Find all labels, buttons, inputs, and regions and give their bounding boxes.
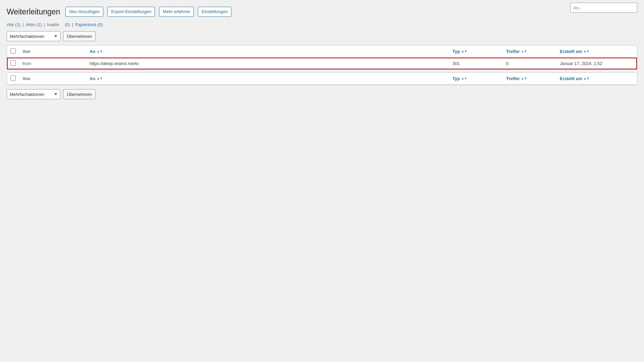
row-an: https://dewp.wstest.me/to xyxy=(86,58,449,70)
row-checkbox-0[interactable] xyxy=(10,60,16,66)
row-typ: 301 xyxy=(449,58,503,70)
col-von-bottom: Von xyxy=(19,73,86,85)
filter-all[interactable]: Alle (1) xyxy=(7,22,20,27)
apply-button-top[interactable]: Übernehmen xyxy=(63,31,96,41)
sort-arrows-treffer-bottom: ▲▼ xyxy=(521,77,527,80)
bulk-select-top[interactable]: Mehrfachaktionen Löschen Deaktivieren Ak… xyxy=(7,31,60,41)
col-typ[interactable]: Typ ▲▼ xyxy=(449,46,503,58)
row-von-link[interactable]: from xyxy=(22,61,31,66)
row-von: from xyxy=(19,58,86,70)
bulk-actions-top: Mehrfachaktionen Löschen Deaktivieren Ak… xyxy=(7,31,637,41)
apply-button-bottom[interactable]: Übernehmen xyxy=(63,89,96,99)
sort-arrows-an-bottom: ▲▼ xyxy=(97,77,103,80)
learn-more-button[interactable]: Mehr erfahren xyxy=(159,7,194,17)
col-an-bottom[interactable]: An ▲▼ xyxy=(86,73,449,85)
settings-button[interactable]: Einstellungen xyxy=(198,7,231,17)
col-erstellt-am-bottom[interactable]: Erstellt am ▲▼ xyxy=(556,73,637,85)
search-input[interactable] xyxy=(570,3,637,13)
sort-arrows-erstellt: ▲▼ xyxy=(583,50,589,53)
add-new-button[interactable]: Neu hinzufügen xyxy=(65,7,103,17)
select-all-checkbox-bottom[interactable] xyxy=(10,75,16,81)
table-header-row: Von An ▲▼ Typ ▲▼ xyxy=(7,46,637,58)
export-settings-button[interactable]: Export-Einstellungen xyxy=(107,7,155,17)
bulk-select-bottom[interactable]: Mehrfachaktionen Löschen Deaktivieren Ak… xyxy=(7,89,60,99)
filter-trash[interactable]: Papierkorb (0) xyxy=(75,22,103,27)
filter-active[interactable]: Aktiv (1) xyxy=(26,22,42,27)
col-erstellt-am[interactable]: Erstellt am ▲▼ xyxy=(556,46,637,58)
filter-bar: Alle (1) | Aktiv (1) | Inaktiv (0) | Pap… xyxy=(7,22,637,27)
col-typ-bottom[interactable]: Typ ▲▼ xyxy=(449,73,503,85)
table-header-row-bottom: Von An ▲▼ Typ ▲▼ xyxy=(7,73,637,85)
bulk-actions-bottom: Mehrfachaktionen Löschen Deaktivieren Ak… xyxy=(7,89,637,99)
filter-inactive-label: Inaktiv xyxy=(47,22,60,27)
row-erstellt-am: Januar 17, 2024, 1:52 xyxy=(556,58,637,70)
page-title: Weiterleitungen xyxy=(7,7,60,16)
select-all-checkbox[interactable] xyxy=(10,48,16,54)
sort-arrows-erstellt-bottom: ▲▼ xyxy=(583,77,589,80)
bottom-table-header: Von An ▲▼ Typ ▲▼ xyxy=(7,72,637,85)
sort-arrows-treffer: ▲▼ xyxy=(521,50,527,53)
col-treffer[interactable]: Treffer ▲▼ xyxy=(503,46,556,58)
row-treffer: 0 xyxy=(503,58,556,70)
col-treffer-bottom[interactable]: Treffer ▲▼ xyxy=(503,73,556,85)
select-all-col xyxy=(7,46,19,58)
col-an[interactable]: An ▲▼ xyxy=(86,46,449,58)
row-checkbox-cell xyxy=(7,58,19,70)
table-row: from https://dewp.wstest.me/to 301 0 Jan… xyxy=(7,58,637,70)
separator-2: | xyxy=(44,22,45,27)
separator-3: | xyxy=(72,22,73,27)
select-all-col-bottom xyxy=(7,73,19,85)
sort-arrows-typ: ▲▼ xyxy=(461,50,467,53)
sort-arrows-an: ▲▼ xyxy=(97,50,103,53)
separator-1: | xyxy=(22,22,23,27)
sort-arrows-typ-bottom: ▲▼ xyxy=(461,77,467,80)
redirects-table: Von An ▲▼ Typ ▲▼ xyxy=(7,45,637,70)
col-von: Von xyxy=(19,46,86,58)
